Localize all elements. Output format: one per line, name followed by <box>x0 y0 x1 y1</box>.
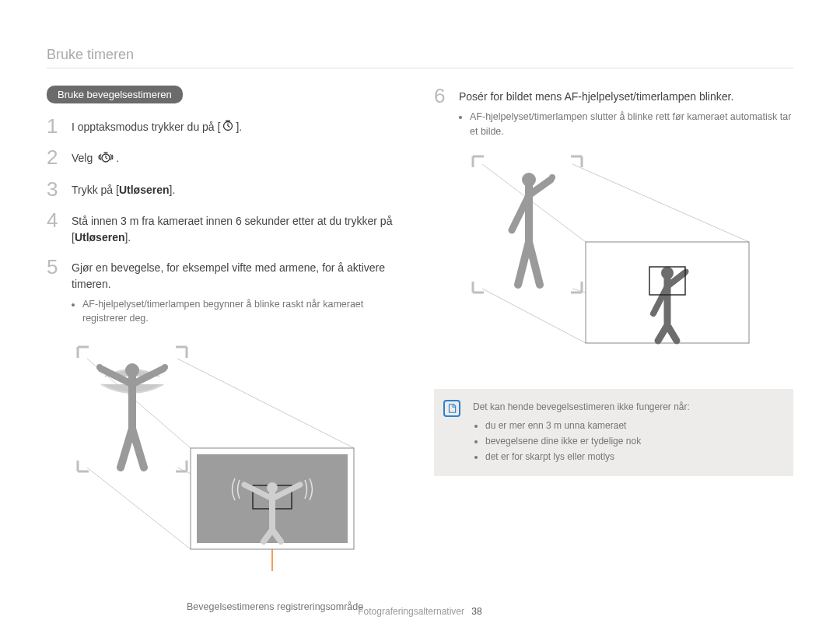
step-5: 5 Gjør en bevegelse, for eksempel vifte … <box>47 257 406 329</box>
svg-line-4 <box>87 468 191 549</box>
bullet-item: AF-hjelpelyset/timerlampen slutter å bli… <box>470 110 793 139</box>
step-text: Velg . <box>72 147 406 167</box>
step-3: 3 Trykk på [Utløseren]. <box>47 179 406 199</box>
svg-point-9 <box>162 364 168 370</box>
note-icon <box>443 400 460 417</box>
step-1: 1 I opptaksmodus trykker du på []. <box>47 116 406 136</box>
svg-line-3 <box>177 359 354 448</box>
step-number: 6 <box>434 86 451 106</box>
note-box: Det kan hende bevegelsestimeren ikke fun… <box>434 389 793 476</box>
step-text: Stå innen 3 m fra kameraet innen 6 sekun… <box>72 210 406 246</box>
step-bullets: AF-hjelpelyset/timerlampen begynner å bl… <box>72 297 406 327</box>
step-text: Trykk på [Utløseren]. <box>72 179 406 198</box>
svg-point-19 <box>549 174 555 180</box>
step-text: Posér for bildet mens AF-hjelpelyset/tim… <box>459 86 793 142</box>
page-title: Bruke timeren <box>47 47 793 63</box>
step-text: I opptaksmodus trykker du på []. <box>72 116 406 136</box>
step-number: 1 <box>47 116 64 136</box>
step-6: 6 Posér for bildet mens AF-hjelpelyset/t… <box>434 86 793 142</box>
svg-point-8 <box>96 364 103 370</box>
page-number: 38 <box>471 606 481 617</box>
svg-point-22 <box>684 268 689 274</box>
step-number: 4 <box>47 210 64 230</box>
note-bullets: du er mer enn 3 m unna kameraet bevegels… <box>473 419 782 464</box>
bullet-item: bevegelsene dine ikke er tydelige nok <box>485 434 782 448</box>
timer-icon <box>222 119 234 136</box>
svg-line-15 <box>572 164 749 242</box>
right-column: 6 Posér for bildet mens AF-hjelpelyset/t… <box>434 86 793 588</box>
note-title: Det kan hende bevegelsestimeren ikke fun… <box>473 400 782 414</box>
svg-line-16 <box>482 289 586 343</box>
step-4: 4 Stå innen 3 m fra kameraet innen 6 sek… <box>47 210 406 246</box>
step-number: 3 <box>47 179 64 199</box>
content-columns: Bruke bevegelsestimeren 1 I opptaksmodus… <box>47 86 793 588</box>
motion-timer-icon <box>97 151 114 168</box>
left-column: Bruke bevegelsestimeren 1 I opptaksmodus… <box>47 86 406 588</box>
section-pill: Bruke bevegelsestimeren <box>47 86 183 103</box>
step-text: Gjør en bevegelse, for eksempel vifte me… <box>72 257 406 329</box>
page-footer: Fotograferingsalternativer 38 <box>0 606 840 617</box>
bullet-item: AF-hjelpelyset/timerlampen begynner å bl… <box>82 297 406 327</box>
divider <box>47 68 793 68</box>
step-number: 2 <box>47 147 64 167</box>
step-2: 2 Velg . <box>47 147 406 167</box>
illustration-pose <box>434 152 793 370</box>
bullet-item: du er mer enn 3 m unna kameraet <box>485 419 782 433</box>
bullet-item: det er for skarpt lys eller motlys <box>485 450 782 464</box>
illustration-motion-detect: Bevegelsestimerens registreringsområde <box>47 339 406 588</box>
footer-section: Fotograferingsalternativer <box>358 606 464 617</box>
step-number: 5 <box>47 257 64 277</box>
step-bullets: AF-hjelpelyset/timerlampen slutter å bli… <box>459 110 793 139</box>
